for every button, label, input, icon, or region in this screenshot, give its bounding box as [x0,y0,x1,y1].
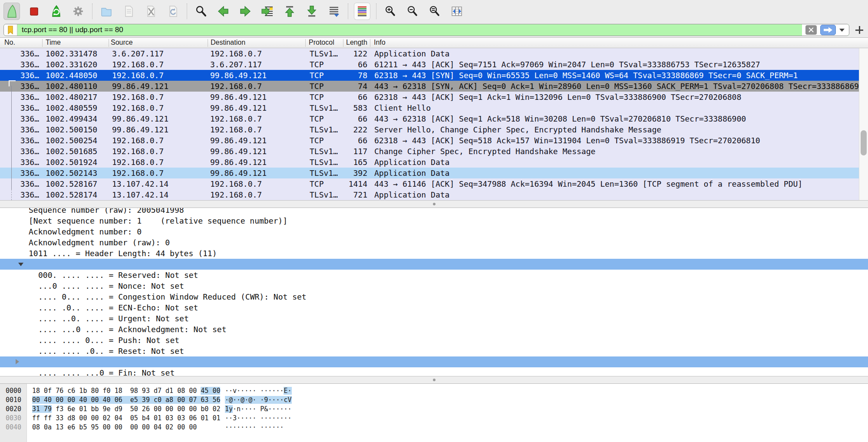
arrow-left-icon [216,4,230,18]
packet-list-scrollbar[interactable] [859,48,868,200]
packet-row[interactable]: 336…1002.3314783.6.207.117192.168.0.7TLS… [0,48,868,59]
stop-icon [27,4,41,18]
auto-scroll-button[interactable] [326,3,342,20]
find-packet-button[interactable] [193,3,209,20]
column-header-info[interactable]: Info [374,39,386,46]
filter-clear-button[interactable] [805,25,817,35]
restart-fin-icon [49,4,63,18]
column-divider[interactable] [370,39,370,47]
stop-capture-button[interactable] [26,3,42,20]
reload-document-icon [166,4,180,18]
go-to-bottom-button[interactable] [304,3,320,20]
detail-line[interactable]: .... .... .0.. = Reset: Not set [0,346,868,356]
packet-row[interactable]: 336…1002.52817413.107.42.14192.168.0.7TL… [0,189,868,200]
column-divider[interactable] [343,39,343,47]
packet-row[interactable]: 336…1002.501685192.168.0.799.86.49.121TL… [0,146,868,157]
colorize-packets-button[interactable] [354,3,370,20]
column-divider[interactable] [305,39,306,47]
detail-line[interactable]: .... .... ...0 = Fin: Not set [0,367,868,376]
column-divider[interactable] [42,39,43,47]
column-header-destination[interactable]: Destination [211,39,245,46]
detail-line[interactable]: Sequence number (raw): 2005041998 [0,208,868,215]
column-header-protocol[interactable]: Protocol [309,39,334,46]
reload-file-button[interactable] [165,3,181,20]
toolbar-separator [376,3,377,19]
hex-row[interactable]: 002031 79 f3 6e 01 bb 9e d9 50 26 00 00 … [0,405,868,414]
restart-capture-button[interactable] [48,3,64,20]
packet-row[interactable]: 336…1002.480559192.168.0.799.86.49.121TL… [0,102,868,113]
go-to-packet-icon [261,4,274,18]
expand-open-icon[interactable] [18,263,23,266]
resize-columns-icon [450,4,464,18]
zoom-out-icon [406,4,419,18]
hex-row[interactable]: 004008 0a 13 e6 b5 95 00 00 00 00 04 02 … [0,423,868,432]
save-document-icon [122,4,135,18]
hex-row[interactable]: 000018 0f 76 c6 1b 80 f0 18 98 93 d7 d1 … [0,386,868,396]
column-divider[interactable] [109,39,109,47]
splitter-handle-dot [433,379,436,381]
conversation-line [11,86,12,189]
filter-bookmark-button[interactable] [4,24,17,36]
resize-columns-button[interactable] [449,3,465,20]
packet-row[interactable]: 336…1002.52816713.107.42.14192.168.0.7TC… [0,178,868,189]
detail-line[interactable]: 1011 .... = Header Length: 44 bytes (11) [0,248,868,259]
splitter-handle-dot [433,203,436,205]
packet-row-selected[interactable]: 336…1002.448050192.168.0.799.86.49.121TC… [0,70,868,81]
filter-dropdown-caret[interactable] [839,29,845,32]
auto-scroll-icon [327,4,341,18]
detail-line[interactable]: .... ...0 .... = Acknowledgment: Not set [0,324,868,335]
packet-row[interactable]: 336…1002.480217192.168.0.799.86.49.121TC… [0,92,868,102]
main-toolbar [0,0,868,23]
filter-add-button[interactable] [855,26,863,34]
zoom-out-button[interactable] [404,3,421,20]
save-file-button[interactable] [120,3,137,20]
zoom-reset-button[interactable] [426,3,443,20]
display-filter-input[interactable]: tcp.port == 80 || udp.port == 80 [3,24,849,36]
filter-apply-button[interactable] [820,25,836,35]
detail-line-flags-selected[interactable]: Flags: 0x002 (SYN) [0,259,868,270]
zoom-in-button[interactable] [382,3,399,20]
conversation-start-marker [9,80,16,86]
pane-splitter-top[interactable] [0,200,868,208]
detail-line[interactable]: .... .0.. .... = ECN-Echo: Not set [0,302,868,313]
go-to-packet-button[interactable] [259,3,276,20]
packet-list-header: No. Time Source Destination Protocol Len… [0,37,868,48]
packet-row[interactable]: 336…1002.500254192.168.0.799.86.49.121TC… [0,135,868,146]
detail-line[interactable]: .... 0... .... = Congestion Window Reduc… [0,291,868,302]
packet-row-highlighted[interactable]: 336…1002.502143192.168.0.799.86.49.121TL… [0,168,868,178]
packet-row[interactable]: 336…1002.49943499.86.49.121192.168.0.7TC… [0,113,868,124]
pane-splitter-bottom[interactable] [0,376,868,384]
go-to-top-button[interactable] [281,3,298,20]
close-file-button[interactable] [142,3,159,20]
detail-line[interactable]: 000. .... .... = Reserved: Not set [0,270,868,280]
hex-row[interactable]: 001000 40 00 00 40 00 40 06 e5 39 c0 a8 … [0,396,868,405]
start-capture-button[interactable] [3,3,20,20]
arrow-down-bar-icon [305,4,319,18]
open-file-button[interactable] [98,3,115,20]
column-divider[interactable] [208,39,208,47]
packet-row-related[interactable]: 336…1002.48011099.86.49.121192.168.0.7TC… [0,81,868,92]
zoom-in-icon [383,4,397,18]
detail-line[interactable]: .... .... 0... = Push: Not set [0,335,868,346]
capture-options-button[interactable] [70,3,86,20]
expand-closed-icon[interactable] [16,359,19,364]
detail-line[interactable]: Acknowledgment number (raw): 0 [0,237,868,248]
detail-line[interactable]: ...0 .... .... = Nonce: Not set [0,280,868,291]
bookmark-icon [6,25,15,35]
column-header-source[interactable]: Source [111,39,133,46]
packet-row[interactable]: 336…1002.501924192.168.0.799.86.49.121TL… [0,157,868,168]
filter-expression[interactable]: tcp.port == 80 || udp.port == 80 [17,26,123,34]
packet-row[interactable]: 336…1002.331620192.168.0.73.6.207.117TCP… [0,59,868,70]
detail-line[interactable]: Acknowledgment number: 0 [0,226,868,237]
go-back-button[interactable] [215,3,231,20]
column-header-no[interactable]: No. [4,39,15,46]
detail-line-syn-highlighted[interactable]: .... .... ..1. = Syn: Set [0,356,868,367]
hex-row[interactable]: 0030ff ff 33 d8 00 00 02 04 05 b4 01 03 … [0,414,868,423]
packet-row[interactable]: 336…1002.50015099.86.49.121192.168.0.7TL… [0,124,868,135]
go-forward-button[interactable] [237,3,254,20]
detail-line[interactable]: [Next sequence number: 1 (relative seque… [0,215,868,226]
column-header-time[interactable]: Time [46,39,61,46]
scrollbar-thumb[interactable] [861,130,867,155]
detail-line[interactable]: .... ..0. .... = Urgent: Not set [0,313,868,324]
column-header-length[interactable]: Length [346,39,369,46]
